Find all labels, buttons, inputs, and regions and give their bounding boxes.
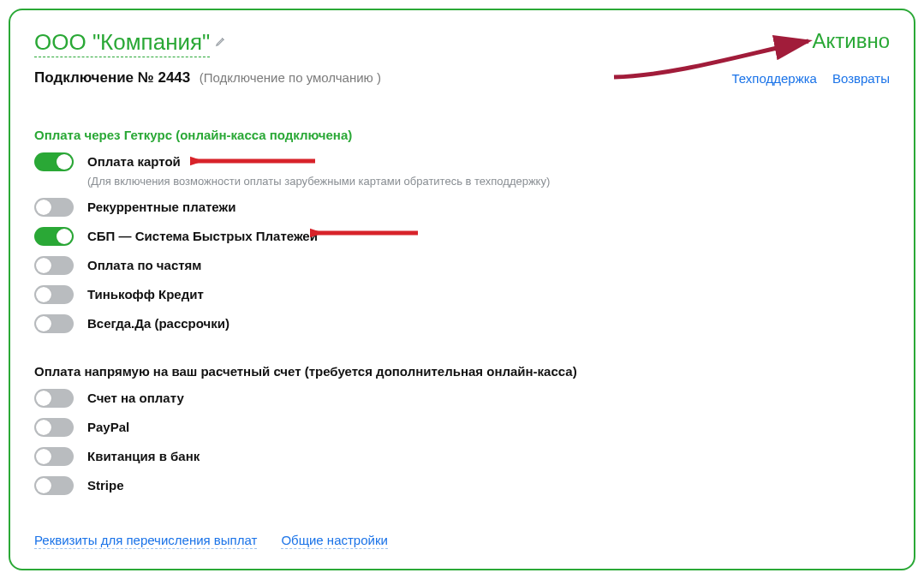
toggle-tinkoff-credit[interactable] — [34, 285, 74, 304]
toggle-paypal[interactable] — [34, 418, 74, 437]
row-recurrent: Рекуррентные платежи — [34, 198, 890, 217]
row-installments: Оплата по частям — [34, 256, 890, 275]
toggle-bank-receipt[interactable] — [34, 447, 74, 466]
subheader-row: Подключение № 2443 (Подключение по умолч… — [34, 69, 890, 87]
toggle-stripe[interactable] — [34, 476, 74, 495]
connection-title-block: Подключение № 2443 (Подключение по умолч… — [34, 69, 381, 87]
section-getcourse-title: Оплата через Геткурс (онлайн-касса подкл… — [34, 128, 890, 142]
connection-note: (Подключение по умолчанию ) — [200, 70, 381, 85]
row-tinkoff-credit: Тинькофф Кредит — [34, 285, 890, 304]
toggle-sublabel: (Для включения возможности оплаты зарубе… — [87, 175, 550, 188]
row-bank-receipt: Квитанция в банк — [34, 447, 890, 466]
toggle-vsegda-da[interactable] — [34, 314, 74, 333]
payment-settings-panel: ООО "Компания" Активно Подключение № 244… — [9, 9, 915, 570]
support-link[interactable]: Техподдержка — [732, 71, 817, 86]
header-links: Техподдержка Возвраты — [732, 71, 890, 86]
toggle-label: Квитанция в банк — [87, 447, 200, 466]
row-invoice: Счет на оплату — [34, 389, 890, 408]
connection-title: Подключение № 2443 — [34, 69, 190, 86]
status-active: Активно — [812, 29, 890, 53]
header-row: ООО "Компания" Активно — [34, 29, 890, 57]
footer-links: Реквизиты для перечисления выплат Общие … — [34, 533, 890, 549]
row-stripe: Stripe — [34, 476, 890, 495]
refunds-link[interactable]: Возвраты — [832, 71, 890, 86]
toggle-label: Stripe — [87, 476, 124, 495]
company-name[interactable]: ООО "Компания" — [34, 29, 210, 57]
toggle-label: Оплата картой — [87, 152, 550, 171]
toggle-recurrent[interactable] — [34, 198, 74, 217]
company-block: ООО "Компания" — [34, 29, 227, 57]
toggle-installments[interactable] — [34, 256, 74, 275]
toggle-label: Тинькофф Кредит — [87, 285, 204, 304]
toggle-invoice[interactable] — [34, 389, 74, 408]
section-direct-title: Оплата напрямую на ваш расчетный счет (т… — [34, 364, 890, 379]
toggle-sbp[interactable] — [34, 227, 74, 246]
row-card-payment: Оплата картой (Для включения возможности… — [34, 152, 890, 188]
row-sbp: СБП — Система Быстрых Платежей — [34, 227, 890, 246]
toggle-label: Всегда.Да (рассрочки) — [87, 314, 230, 333]
payout-details-link[interactable]: Реквизиты для перечисления выплат — [34, 533, 257, 549]
row-vsegda-da: Всегда.Да (рассрочки) — [34, 314, 890, 333]
toggle-label: PayPal — [87, 418, 129, 437]
toggle-label: СБП — Система Быстрых Платежей — [87, 227, 318, 246]
label-block: Оплата картой (Для включения возможности… — [87, 152, 550, 188]
toggle-label: Счет на оплату — [87, 389, 184, 408]
toggle-label: Рекуррентные платежи — [87, 198, 235, 217]
toggle-label: Оплата по частям — [87, 256, 201, 275]
row-paypal: PayPal — [34, 418, 890, 437]
general-settings-link[interactable]: Общие настройки — [281, 533, 388, 549]
toggle-card-payment[interactable] — [34, 152, 74, 171]
pencil-icon[interactable] — [215, 35, 227, 52]
